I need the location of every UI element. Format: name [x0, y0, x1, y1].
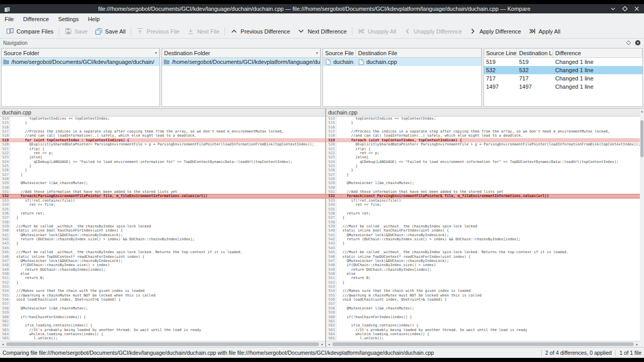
destination-folder-item[interactable]: /home/sergobot/Documents/GCI/kdevplatfor…: [162, 58, 320, 66]
left-pane-title: duchain.cpp: [2, 109, 31, 116]
menu-file[interactable]: File: [0, 13, 19, 24]
left-horizontal-scrollbar[interactable]: ◂ ▸: [0, 341, 325, 347]
right-diff-pane: 514 topContextIndices << topContextIndex…: [326, 117, 640, 341]
titlebar[interactable]: file:///home/sergobot/Documents/GCI/kdev…: [0, 4, 644, 13]
code-line: 520 QExplicitlySharedDataPointer< Parsin…: [326, 142, 640, 146]
right-horizontal-scrollbar[interactable]: ◂ ▸: [326, 341, 640, 347]
line-text: void loadChain(uint index, QSet<uint>& l…: [336, 298, 447, 302]
destination-folder-header-row: Destination Folder ▾: [162, 48, 320, 58]
code-line: 558 QMutexLocker l(&m_chainsMutex);: [326, 306, 640, 310]
difference-row[interactable]: 717 717 Changed 1 line: [484, 74, 642, 83]
code-line: 564 while(m_loading.contains(index)) {: [326, 332, 640, 336]
diff-line-selected[interactable]: 532 foreach(const ParsingEnvironmentFile…: [326, 194, 640, 198]
diff-line-changed[interactable]: 519 for (uint topContextIndex : topConte…: [0, 138, 325, 142]
line-number: 551: [326, 276, 336, 280]
code-line: 562 if(m_loading.contains(index)) {: [0, 323, 325, 327]
line-number: 524: [326, 160, 336, 164]
source-folder-tree: Source Folder ▾ /home/sergobot/Documents…: [1, 48, 160, 107]
code-line: 558 QMutexLocker l(&m_chainsMutex);: [0, 306, 325, 310]
pane-splitter[interactable]: [325, 109, 326, 347]
unapply-all-button[interactable]: Unapply All: [354, 26, 400, 37]
minimize-icon[interactable]: [610, 6, 616, 12]
source-folder-column-header[interactable]: Source Folder ▾: [2, 48, 159, 57]
save-button[interactable]: Save: [61, 26, 91, 37]
scroll-up-icon[interactable]: ▴: [640, 109, 644, 113]
line-number: 561: [0, 319, 10, 323]
line-number: 560: [0, 315, 10, 319]
difference-row[interactable]: 1497 1497 Changed 1 line: [484, 83, 642, 91]
save-all-button[interactable]: Save All: [91, 26, 130, 37]
line-number: 523: [0, 155, 10, 159]
line-number: 516: [326, 125, 336, 129]
source-line-column-header[interactable]: Source Line ▾: [484, 48, 517, 57]
line-number: 534: [326, 203, 336, 207]
code-line: 550 else: [326, 272, 640, 276]
line-text: return 0;: [336, 276, 371, 280]
source-folder-item[interactable]: /home/sergobot/Documents/GCI/kdev/langua…: [2, 58, 159, 66]
line-number: 551: [0, 276, 10, 280]
unapply-difference-button[interactable]: Unapply Difference: [400, 26, 465, 37]
difference-row[interactable]: 519 519 Changed 1 line: [484, 58, 642, 66]
code-lines-right: 514 topContextIndices << topContextIndex…: [326, 117, 640, 341]
compare-files-button[interactable]: Compare Files: [3, 26, 57, 37]
scroll-right-icon[interactable]: ▸: [634, 342, 640, 347]
line-text: l.unlock();: [336, 336, 384, 340]
code-line: 557: [326, 302, 640, 306]
kompare-window: file:///home/sergobot/Documents/GCI/kdev…: [0, 0, 644, 362]
code-line: 536 return ret;: [0, 211, 325, 216]
header-label: Source File: [325, 50, 354, 56]
next-file-icon: [187, 27, 195, 35]
difference-row-selected[interactable]: 532 532 Changed 1 line: [484, 66, 642, 74]
close-icon[interactable]: [634, 6, 640, 12]
navigation-dock-header[interactable]: Navigation: [0, 39, 644, 47]
destination-file-column-header[interactable]: Destination File: [356, 48, 481, 57]
destination-line-column-header[interactable]: Destination Lin: [517, 48, 553, 57]
file-row[interactable]: duchain.c... duchain.cpp: [323, 58, 481, 66]
line-text: //Add those information that have not be…: [10, 190, 177, 194]
code-line: 522 ret << p;: [326, 151, 640, 155]
code-line: 539 ///Must be called _without_ the chai…: [0, 224, 325, 228]
line-text: }: [336, 216, 345, 220]
code-line: 554 ///Makes sure that the chain with th…: [326, 289, 640, 293]
scroll-right-icon[interactable]: ▸: [319, 342, 325, 347]
folder-icon: [164, 59, 170, 65]
diff-line-changed[interactable]: 519 foreach (uint topContextIndex, topCo…: [326, 138, 640, 142]
menu-difference[interactable]: Difference: [19, 13, 54, 24]
next-file-button[interactable]: Next File: [183, 26, 223, 37]
scroll-left-icon[interactable]: ◂: [0, 342, 6, 347]
source-file-column-header[interactable]: Source File ▾: [323, 48, 356, 57]
scrollbar-thumb[interactable]: [6, 342, 319, 346]
diff-line-selected[interactable]: 532 foreach(ParsingEnvironmentFilePointe…: [0, 194, 325, 198]
float-dock-icon[interactable]: [625, 40, 632, 46]
previous-file-button[interactable]: Previous File: [133, 26, 183, 37]
line-number: 529: [0, 181, 10, 185]
line-text: return (DUChain::chainsByIndex.size() > …: [336, 237, 521, 241]
line-text: ///Makes sure that the chain with the gi…: [10, 289, 144, 293]
menu-help[interactable]: Help: [83, 13, 104, 24]
difference-column-header[interactable]: Difference: [553, 48, 642, 57]
apply-all-button[interactable]: Apply All: [525, 26, 564, 37]
line-text: [10, 125, 12, 129]
scrollbar-thumb[interactable]: [332, 342, 634, 346]
scroll-left-icon[interactable]: ◂: [326, 342, 332, 347]
source-line: 1497: [486, 84, 498, 90]
next-difference-button[interactable]: Next Difference: [294, 26, 350, 37]
line-text: [336, 285, 338, 289]
code-line: 553: [326, 285, 640, 289]
vertical-scrollbar[interactable]: ▴ ▾: [640, 109, 644, 347]
line-number: 556: [0, 298, 10, 302]
apply-difference-button[interactable]: Apply Difference: [465, 26, 525, 37]
source-line: 532: [486, 67, 495, 73]
line-number: 532: [0, 194, 10, 198]
header-label: Destination Lin: [519, 50, 553, 56]
scrollbar-thumb[interactable]: [640, 120, 643, 157]
line-number: 544: [0, 246, 10, 250]
previous-difference-button[interactable]: Previous Difference: [227, 26, 294, 37]
destination-folder-column-header[interactable]: Destination Folder ▾: [162, 48, 320, 57]
maximize-icon[interactable]: [622, 6, 628, 12]
close-dock-icon[interactable]: [635, 40, 641, 46]
status-message: Comparing file file:///home/sergobot/Doc…: [3, 350, 538, 356]
line-text: for (uint topContextIndex : topContextIn…: [10, 138, 130, 142]
difference-list-header-row: Source Line ▾ Destination Lin Difference: [484, 48, 642, 58]
menu-settings[interactable]: Settings: [54, 13, 84, 24]
